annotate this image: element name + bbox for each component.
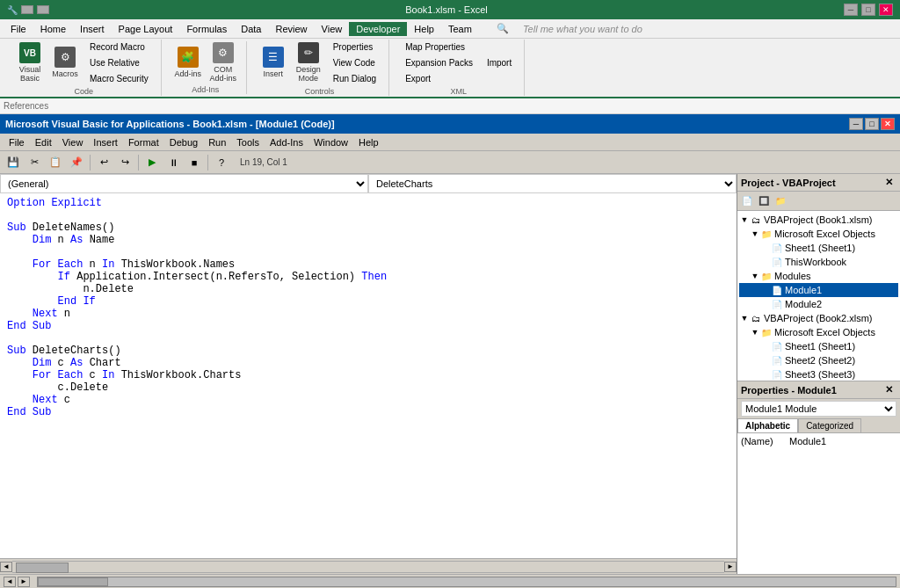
vba-status-bar: ◄ ► [0,574,900,588]
expand-vba2[interactable]: ▼ [739,314,750,323]
tree-item-excel2[interactable]: ▼ 📁 Microsoft Excel Objects [739,325,898,339]
ribbon-expansion-packs-btn[interactable]: Expansion Packs [400,55,478,69]
toolbar-save-btn[interactable]: 💾 [4,153,23,172]
excel-maximize-btn[interactable]: □ [861,4,875,16]
tree-item-thisw1[interactable]: 📄 ThisWorkbook [739,255,898,269]
props-tab-categorized[interactable]: Categorized [798,418,861,432]
menu-review[interactable]: Review [268,22,314,36]
ribbon-record-macro-btn[interactable]: Record Macro [84,40,154,54]
vba-menu-format[interactable]: Format [123,135,164,149]
menu-home[interactable]: Home [33,22,73,36]
vba-menu-insert[interactable]: Insert [88,135,123,149]
vba-code-selectors: (General) DeleteCharts [0,174,737,193]
properties-dropdown[interactable]: Module1 Module [741,401,896,417]
scrollbar-thumb[interactable] [16,563,69,573]
excel-minimize-btn[interactable]: ─ [844,4,858,16]
mod1-icon: 📄 [771,284,783,296]
props-tab-alphabetic[interactable]: Alphabetic [737,418,798,432]
menu-insert[interactable]: Insert [73,22,112,36]
tree-item-mod1[interactable]: 📄 Module1 [739,283,898,297]
menu-view[interactable]: View [315,22,350,36]
vba-menu-edit[interactable]: Edit [30,135,57,149]
vba-menu-run[interactable]: Run [203,135,231,149]
vba-menu-help[interactable]: Help [353,135,384,149]
project-toggle-folders-btn[interactable]: 📁 [773,193,788,209]
vba2-icon: 🗂 [750,312,762,324]
tree-item-mod2[interactable]: 📄 Module2 [739,297,898,311]
tree-item-modfolder1[interactable]: ▼ 📁 Modules [739,269,898,283]
scroll-left-btn[interactable]: ◄ [0,562,12,572]
ribbon-properties-btn[interactable]: Properties [328,40,381,54]
vba-menu-view[interactable]: View [57,135,89,149]
vba-menu-debug[interactable]: Debug [164,135,203,149]
vba-menu-addins[interactable]: Add-Ins [265,135,308,149]
expand-vba1[interactable]: ▼ [739,215,750,224]
vba-code-content[interactable]: Option Explicit Sub DeleteNames() Dim n … [0,193,737,558]
menu-help[interactable]: Help [407,22,441,36]
ribbon-export-btn[interactable]: Export [400,71,478,85]
ribbon-macros-btn[interactable]: ⚙ Macros [49,41,81,83]
expand-modfolder1[interactable]: ▼ [750,272,760,280]
toolbar-copy-btn[interactable]: 📋 [46,153,65,172]
menu-formulas[interactable]: Formulas [179,22,234,36]
vba-menu-tools[interactable]: Tools [231,135,265,149]
vba-restore-btn[interactable]: □ [865,118,879,130]
tree-item-sheet21[interactable]: 📄 Sheet1 (Sheet1) [739,339,898,353]
ribbon-macro-security-btn[interactable]: Macro Security [84,71,154,85]
scroll-right-btn[interactable]: ► [724,562,737,572]
toolbar-cut-btn[interactable]: ✂ [25,153,44,172]
tree-item-sheet23[interactable]: 📄 Sheet3 (Sheet3) [739,367,898,381]
project-title-text: Project - VBAProject [741,178,836,188]
properties-close-btn[interactable]: ✕ [882,384,896,396]
project-view-object-btn[interactable]: 🔲 [756,193,772,209]
status-left-btn[interactable]: ◄ [4,577,16,587]
vba-menu-window[interactable]: Window [308,135,353,149]
ribbon-use-relative-btn[interactable]: Use Relative [84,55,154,69]
tree-item-vba2[interactable]: ▼ 🗂 VBAProject (Book2.xlsm) [739,311,898,325]
vba-close-btn[interactable]: ✕ [881,118,895,130]
mod2-label: Module2 [785,299,822,309]
ribbon-com-addins-btn[interactable]: ⚙ COMAdd-ins [207,41,239,83]
menu-team[interactable]: Team [441,22,479,36]
toolbar-undo-btn[interactable]: ↩ [94,153,113,172]
menu-developer[interactable]: Developer [349,22,407,36]
ribbon-design-mode-btn[interactable]: ✏ DesignMode [293,41,324,83]
ribbon-addins-btn[interactable]: 🧩 Add-ins [172,41,204,83]
project-view-code-btn[interactable]: 📄 [739,193,755,209]
mod1-label: Module1 [785,285,822,295]
tree-item-sheet1[interactable]: 📄 Sheet1 (Sheet1) [739,241,898,255]
tree-item-excel1[interactable]: ▼ 📁 Microsoft Excel Objects [739,227,898,241]
status-scrollbar[interactable] [37,577,896,587]
expand-excel1[interactable]: ▼ [750,229,760,238]
code-selector-right[interactable]: DeleteCharts [368,174,737,193]
menu-data[interactable]: Data [234,22,268,36]
toolbar-break-btn[interactable]: ⏸ [163,153,183,172]
search-box[interactable]: Tell me what you want to do [516,22,650,36]
project-close-btn[interactable]: ✕ [882,177,896,188]
vba-minimize-btn[interactable]: ─ [849,118,863,130]
excel2-label: Microsoft Excel Objects [774,327,875,338]
vba-menu-file[interactable]: File [4,135,30,149]
status-scrollbar-thumb[interactable] [38,577,108,586]
ribbon-xml-label: XML [450,85,467,96]
ribbon-map-properties-btn[interactable]: Map Properties [400,40,478,54]
tree-item-sheet22[interactable]: 📄 Sheet2 (Sheet2) [739,353,898,367]
horizontal-scrollbar[interactable] [12,561,724,573]
ribbon-run-dialog-btn[interactable]: Run Dialog [328,71,381,85]
expand-excel2[interactable]: ▼ [750,328,760,337]
menu-page-layout[interactable]: Page Layout [112,22,180,36]
ribbon-view-code-btn[interactable]: View Code [328,55,381,69]
status-right-btn[interactable]: ► [18,577,30,587]
menu-file[interactable]: File [4,22,33,36]
excel-close-btn[interactable]: ✕ [879,4,893,16]
ribbon-insert-ctrl-btn[interactable]: ☰ Insert [258,41,289,83]
code-selector-left[interactable]: (General) [0,174,368,193]
toolbar-reset-btn[interactable]: ■ [185,153,204,172]
ribbon-import-btn[interactable]: Import [482,55,517,69]
toolbar-redo-btn[interactable]: ↪ [115,153,134,172]
toolbar-run-btn[interactable]: ▶ [142,153,162,172]
tree-item-vba1[interactable]: ▼ 🗂 VBAProject (Book1.xlsm) [739,213,898,227]
toolbar-paste-btn[interactable]: 📌 [67,153,86,172]
toolbar-help-btn[interactable]: ? [212,153,231,172]
ribbon-visual-basic-btn[interactable]: VB Visual Basic [14,41,46,83]
